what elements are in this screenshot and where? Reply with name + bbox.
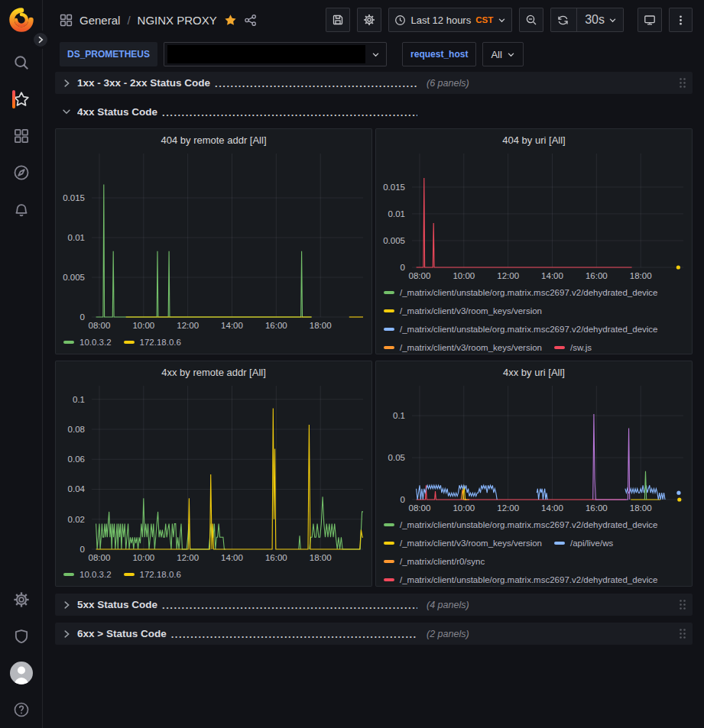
legend-swatch — [384, 291, 394, 294]
legend-swatch — [384, 328, 394, 331]
row-1xx-3xx-2xx[interactable]: 1xx - 3xx - 2xx Status Code.............… — [55, 72, 693, 94]
svg-text:16:00: 16:00 — [265, 553, 287, 562]
svg-text:0.1: 0.1 — [393, 411, 405, 420]
sidebar-item-alerting[interactable] — [0, 191, 43, 228]
legend-swatch — [554, 542, 565, 545]
panel-title[interactable]: 4xx by remote addr [All] — [56, 361, 371, 383]
svg-text:10:00: 10:00 — [132, 321, 154, 330]
zoom-out-button[interactable] — [519, 8, 543, 32]
svg-text:0.015: 0.015 — [63, 193, 85, 202]
legend-swatch — [63, 341, 74, 344]
chevron-down-icon — [608, 16, 617, 24]
refresh-interval-dropdown[interactable]: 30s — [579, 8, 623, 31]
refresh-interval-label: 30s — [585, 13, 605, 27]
svg-text:08:00: 08:00 — [89, 553, 111, 562]
timeseries-chart[interactable]: 00.020.040.060.080.108:0010:0012:0014:00… — [56, 383, 371, 565]
svg-text:08:00: 08:00 — [89, 321, 111, 330]
breadcrumb-title[interactable]: NGINX PROXY — [138, 14, 217, 27]
dashboards-icon — [14, 128, 29, 144]
dashboard-settings-button[interactable] — [357, 8, 381, 32]
legend-item[interactable]: /_matrix/client/v3/room_keys/version — [384, 535, 542, 551]
panel-legend: /_matrix/client/unstable/org.matrix.msc2… — [376, 283, 692, 354]
time-range-picker[interactable]: Last 12 hours CST — [388, 8, 512, 32]
svg-text:0.04: 0.04 — [68, 484, 86, 493]
expand-sidebar-button[interactable] — [31, 31, 50, 49]
row-5xx[interactable]: 5xx Status Code.........................… — [55, 594, 693, 616]
legend-label: /_matrix/client/v3/room_keys/version — [400, 340, 542, 354]
row-drag-handle[interactable] — [679, 77, 686, 89]
dashboard-header: General / NGINX PROXY Last 12 hours CST — [43, 0, 704, 40]
row-drag-handle[interactable] — [679, 599, 686, 610]
panel-title[interactable]: 4xx by uri [All] — [376, 361, 692, 383]
legend-item[interactable]: /_matrix/client/unstable/org.matrix.msc2… — [384, 285, 658, 300]
svg-text:12:00: 12:00 — [177, 321, 199, 330]
legend-item[interactable]: 172.18.0.6 — [124, 335, 181, 350]
clock-icon — [394, 15, 406, 26]
refresh-button[interactable] — [551, 8, 575, 31]
panel-title[interactable]: 404 by remote addr [All] — [56, 129, 371, 150]
chevron-down-icon — [498, 16, 506, 24]
row-6xx[interactable]: 6xx > Status Code.......................… — [55, 623, 693, 645]
legend-label: /sw.js — [570, 340, 592, 354]
zoom-out-icon — [525, 14, 537, 26]
legend-label: /_matrix/client/unstable/org.matrix.msc2… — [400, 572, 658, 586]
legend-item[interactable]: 172.18.0.6 — [124, 567, 181, 582]
timeseries-chart[interactable]: 00.0050.010.01508:0010:0012:0014:0016:00… — [56, 150, 371, 332]
refresh-picker: 30s — [550, 8, 624, 32]
sidebar-item-explore[interactable] — [0, 154, 43, 191]
sidebar-item-configuration[interactable] — [0, 581, 43, 618]
legend-item[interactable]: 10.0.3.2 — [63, 567, 112, 582]
legend-item[interactable]: /_matrix/client/v3/room_keys/version — [384, 340, 542, 354]
chevron-down-icon — [371, 50, 380, 59]
grafana-logo[interactable] — [8, 6, 35, 34]
sidebar-item-profile[interactable] — [0, 655, 43, 691]
legend-item[interactable]: /sw.js — [554, 340, 592, 354]
time-range-label: Last 12 hours — [410, 15, 471, 26]
sidebar-item-server-admin[interactable] — [0, 618, 43, 655]
variable-label-datasource[interactable]: DS_PROMETHEUS — [60, 42, 157, 66]
sidebar-item-help[interactable] — [0, 691, 43, 728]
row-4xx[interactable]: 4xx Status Code.........................… — [55, 101, 693, 122]
variable-request-host-select[interactable]: All — [482, 42, 523, 66]
variable-label-request-host[interactable]: request_host — [402, 42, 476, 66]
sidebar-item-starred[interactable] — [0, 81, 43, 118]
save-dashboard-button[interactable] — [326, 8, 350, 32]
variable-datasource-select[interactable] — [164, 42, 387, 66]
svg-text:12:00: 12:00 — [497, 503, 519, 513]
panel-title[interactable]: 404 by uri [All] — [376, 129, 692, 150]
svg-text:14:00: 14:00 — [221, 553, 243, 562]
share-icon[interactable] — [244, 14, 257, 27]
legend-item[interactable]: /_matrix/client/unstable/org.matrix.msc2… — [384, 517, 658, 532]
tv-mode-button[interactable] — [637, 8, 662, 32]
legend-item[interactable]: 10.0.3.2 — [63, 335, 112, 350]
legend-label: /api/live/ws — [570, 535, 613, 551]
refresh-icon — [557, 15, 569, 26]
legend-swatch — [124, 573, 135, 576]
avatar — [10, 662, 33, 684]
row-title: 1xx - 3xx - 2xx Status Code — [77, 77, 210, 89]
svg-text:0.05: 0.05 — [388, 453, 405, 462]
legend-item[interactable]: /api/live/ws — [554, 535, 613, 551]
sidebar-item-dashboards[interactable] — [0, 118, 43, 154]
panel-legend: /_matrix/client/unstable/org.matrix.msc2… — [376, 515, 692, 586]
legend-item[interactable]: /_matrix/client/r0/sync — [384, 554, 485, 569]
svg-text:08:00: 08:00 — [409, 271, 431, 280]
legend-label: /_matrix/client/unstable/org.matrix.msc2… — [400, 322, 658, 337]
svg-text:14:00: 14:00 — [541, 503, 563, 513]
legend-item[interactable]: /_matrix/client/unstable/org.matrix.msc2… — [384, 572, 658, 586]
svg-text:10:00: 10:00 — [132, 553, 154, 562]
favorite-star-icon[interactable] — [224, 14, 237, 27]
timeseries-chart[interactable]: 00.050.108:0010:0012:0014:0016:0018:00 — [376, 383, 692, 515]
breadcrumb-section[interactable]: General — [79, 14, 120, 27]
legend-label: /_matrix/client/r0/sync — [400, 554, 485, 569]
timeseries-chart[interactable]: 00.0050.010.01508:0010:0012:0014:0016:00… — [376, 150, 692, 283]
svg-text:14:00: 14:00 — [221, 321, 243, 330]
row-drag-handle[interactable] — [679, 628, 686, 639]
sidebar-item-search[interactable] — [0, 44, 43, 81]
legend-item[interactable]: /_matrix/client/v3/room_keys/version — [384, 303, 542, 319]
compass-icon — [13, 164, 30, 181]
svg-text:0.1: 0.1 — [73, 395, 85, 404]
dashboard-menu-button[interactable] — [669, 8, 693, 32]
legend-item[interactable]: /_matrix/client/unstable/org.matrix.msc2… — [384, 322, 658, 337]
legend-label: 10.0.3.2 — [79, 335, 112, 350]
